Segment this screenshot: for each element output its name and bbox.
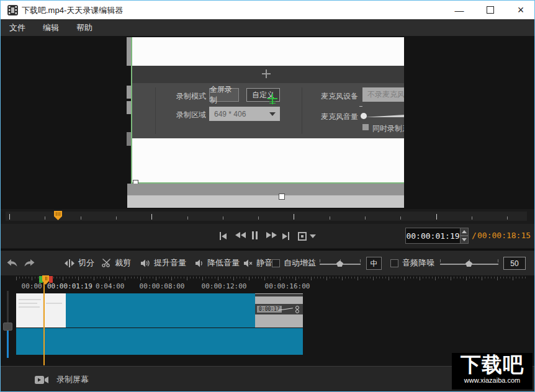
- edit-toolbar: 切分 裁剪 提升音量 降低音量: [1, 249, 534, 275]
- auto-gain-checkbox[interactable]: [272, 259, 280, 267]
- trim-out-marker[interactable]: [49, 276, 53, 283]
- fullscreen-record-label: 全屏录制: [210, 84, 238, 105]
- time-spin-up-button[interactable]: [460, 228, 469, 236]
- system-sound-checkbox[interactable]: [362, 124, 369, 130]
- rewind-button[interactable]: [235, 232, 246, 238]
- fit-view-dropdown-button[interactable]: [310, 234, 316, 238]
- menu-bar: 文件 编辑 帮助: [1, 19, 534, 36]
- maximize-icon: [487, 6, 494, 14]
- volume-up-icon: [141, 259, 150, 267]
- auto-gain-slider-thumb[interactable]: [336, 261, 343, 267]
- time-spin-down-button[interactable]: [460, 236, 469, 244]
- volume-up-button[interactable]: 提升音量: [141, 251, 186, 275]
- rewind-icon: [235, 232, 240, 238]
- undo-button[interactable]: [7, 251, 17, 275]
- volume-down-icon: [196, 259, 204, 267]
- redo-icon: [24, 259, 35, 267]
- maximize-button[interactable]: [476, 1, 505, 19]
- fit-view-button[interactable]: [298, 232, 307, 241]
- spin-down-icon: [462, 238, 467, 241]
- track-zoom-slider-thumb[interactable]: [3, 323, 12, 331]
- seek-row: [1, 209, 534, 224]
- skip-end-icon: [282, 233, 287, 239]
- menu-edit[interactable]: 编辑: [34, 22, 68, 33]
- redo-button[interactable]: [24, 251, 35, 275]
- audio-clip-body[interactable]: [16, 328, 303, 355]
- denoise-slider-thumb[interactable]: [465, 261, 472, 267]
- region-resize-handle-bottom[interactable]: [279, 194, 285, 200]
- ruler-label: 00:00:12:00: [202, 282, 247, 290]
- menu-help[interactable]: 帮助: [68, 22, 101, 33]
- minimize-button[interactable]: —: [445, 1, 474, 19]
- frame-white-page-top: [132, 37, 404, 66]
- playhead-time-label: 00:00:01:19: [46, 282, 96, 290]
- close-icon: ×: [518, 4, 524, 17]
- record-area-value: 649 * 406: [214, 110, 246, 118]
- spin-up-icon: [462, 230, 467, 233]
- skip-start-button[interactable]: [220, 232, 227, 240]
- dialog-divider: [155, 87, 156, 134]
- title-bar: 下载吧.mp4-天天录课编辑器 — ×: [1, 1, 534, 19]
- menu-file[interactable]: 文件: [1, 22, 34, 33]
- auto-gain-group: 自动增益: [272, 251, 316, 275]
- frame-scrollbar-segment: [127, 101, 131, 114]
- denoise-value: 50: [503, 257, 526, 270]
- volume-down-label: 降低音量: [207, 257, 240, 269]
- denoise-group: 音频降噪: [390, 251, 434, 275]
- frame-dark-bar: [132, 66, 404, 83]
- recorder-dialog: 录制模式 全屏录制 自定义 录制区域 649 * 406 麦克风设备 不录麦克: [132, 83, 404, 138]
- current-time-input[interactable]: 00:00:01:19: [405, 228, 461, 244]
- plus-crosshair-icon: [266, 69, 267, 78]
- denoise-label: 音频降噪: [402, 257, 434, 269]
- denoise-checkbox[interactable]: [390, 259, 398, 267]
- seek-bar[interactable]: [6, 212, 527, 221]
- mic-volume-slider-thumb[interactable]: [361, 113, 367, 119]
- watermark-title: 下载吧: [461, 353, 524, 376]
- mute-label: 静音: [256, 257, 272, 269]
- pause-icon: [252, 231, 254, 239]
- record-camera-icon: [35, 375, 49, 385]
- denoise-slider[interactable]: [440, 264, 498, 265]
- watermark: 下载吧 www.xiazaiba.com: [452, 353, 533, 390]
- app-window: 下载吧.mp4-天天录课编辑器 — × 文件 编辑 帮助: [0, 0, 535, 392]
- video-clip-thumbnail-start[interactable]: [16, 293, 66, 327]
- pause-button[interactable]: [252, 231, 258, 239]
- frame-scrollbar-segment: [127, 86, 131, 99]
- skip-start-icon: [220, 232, 221, 240]
- skip-end-button[interactable]: [282, 232, 289, 240]
- clip-time-label: 0:00:17: [257, 306, 282, 313]
- fast-forward-button[interactable]: [266, 232, 277, 238]
- record-area-label: 录制区域: [176, 110, 206, 120]
- record-area-dropdown[interactable]: 649 * 406: [209, 107, 280, 121]
- record-mode-label: 录制模式: [176, 91, 206, 102]
- window-title: 下载吧.mp4-天天录课编辑器: [22, 5, 123, 16]
- split-icon: [65, 259, 74, 267]
- trim-label: 裁剪: [115, 257, 131, 269]
- auto-gain-slider[interactable]: [320, 264, 361, 265]
- trim-button[interactable]: 裁剪: [102, 251, 131, 275]
- mic-volume-label: 麦克风音量: [321, 112, 358, 122]
- mic-device-dropdown[interactable]: 不录麦克风: [362, 87, 404, 102]
- split-button[interactable]: 切分: [65, 251, 94, 275]
- minimize-icon: —: [455, 5, 464, 16]
- mute-button[interactable]: 静音: [244, 251, 272, 275]
- record-screen-button[interactable]: 录制屏幕: [56, 374, 89, 385]
- video-clip-thumbnail-end[interactable]: 0:00:17: [255, 293, 303, 327]
- ruler-label: 00:00:08:00: [140, 282, 185, 290]
- mic-volume-slider-track[interactable]: [364, 115, 404, 117]
- volume-down-button[interactable]: 降低音量: [196, 251, 240, 275]
- transport-row: 00:00:01:19 / 00:00:18:15: [1, 224, 534, 248]
- frame-scrollbar-segment: [127, 37, 131, 66]
- volume-up-label: 提升音量: [154, 257, 186, 269]
- system-sound-label: 同时录制系统声音: [372, 123, 404, 134]
- video-preview-area[interactable]: 录制模式 全屏录制 自定义 录制区域 649 * 406 麦克风设备 不录麦克: [1, 36, 534, 210]
- frame-scrollbar-segment: [127, 132, 131, 146]
- close-button[interactable]: ×: [506, 1, 535, 19]
- fit-view-icon: [298, 232, 307, 241]
- split-label: 切分: [78, 257, 94, 269]
- dialog-divider: [302, 87, 302, 134]
- undo-icon: [7, 259, 17, 267]
- fullscreen-record-button[interactable]: 全屏录制: [209, 88, 239, 102]
- playhead-line[interactable]: [43, 275, 45, 365]
- video-clip-body[interactable]: [66, 293, 255, 327]
